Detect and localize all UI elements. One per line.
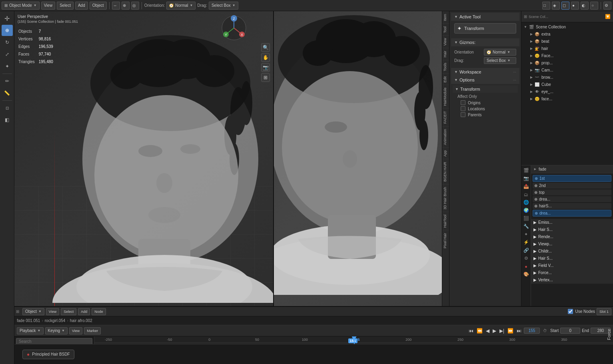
list-item[interactable]: ▶ 👁 eye_...	[521, 88, 613, 95]
emission-section[interactable]: ▶ Emiss...	[531, 219, 613, 226]
slot-selector[interactable]: Slot 1	[597, 308, 611, 315]
material-props-icon[interactable]: ●	[523, 263, 530, 270]
viewport-right[interactable]	[274, 11, 442, 306]
bgen-hair-tab[interactable]: BGEN HAIR	[442, 159, 449, 184]
pixel-hair-tab[interactable]: Pixel Hair	[442, 230, 449, 251]
particle-system-item[interactable]: ⊕ 2nd	[533, 183, 611, 189]
animation-tab[interactable]: Animation	[442, 126, 449, 147]
timeline-ruler[interactable]: -250 -50 0 50 100 155 200 250 300 350	[94, 336, 613, 344]
next-keyframe-btn[interactable]: ▶|	[499, 327, 505, 334]
object-props-icon[interactable]: ⬛	[523, 215, 530, 222]
drag-select[interactable]: Select Box ▼	[484, 57, 516, 64]
object-data-props-icon[interactable]: ⚙	[523, 255, 530, 262]
locations-row[interactable]: Locations	[461, 106, 516, 111]
hair-tab[interactable]: Hair	[442, 48, 449, 60]
list-item[interactable]: ▶ 📦 extra	[521, 30, 613, 38]
box-select-tool[interactable]: ⊡	[2, 102, 13, 113]
shading-solid[interactable]: ●	[571, 2, 579, 10]
edit-tab[interactable]: Edit	[442, 74, 449, 85]
hair-shape-section[interactable]: ▶ Hair S...	[531, 226, 613, 233]
gizmos-header[interactable]: ▼ Gizmos:	[451, 38, 519, 46]
particle-system-item[interactable]: ⊕ top	[533, 189, 611, 195]
tools-tab[interactable]: Tools	[442, 60, 449, 74]
timeline-search-input[interactable]	[16, 338, 92, 344]
faceit-tab[interactable]: FACEIT	[442, 108, 449, 126]
list-item[interactable]: ▶ 😊 Face...	[521, 52, 613, 59]
item-tab[interactable]: Item	[442, 11, 449, 24]
start-frame-input[interactable]	[560, 328, 580, 334]
select-menu[interactable]: Select	[57, 2, 74, 10]
force-field-section[interactable]: ▶ Force...	[531, 269, 613, 276]
hair-shape-2-section[interactable]: ▶ Hair S...	[531, 255, 613, 262]
object-menu[interactable]: Object	[90, 2, 107, 10]
scale-tool[interactable]: ⤢	[2, 49, 13, 60]
workspace-header[interactable]: ▼ Workspace ···	[451, 68, 519, 76]
transform-tool[interactable]: ✦	[2, 61, 13, 72]
node-add-menu[interactable]: Add	[78, 308, 90, 315]
view-tab[interactable]: View	[442, 35, 449, 48]
shading-material[interactable]: ◐	[581, 2, 589, 10]
transform-btn[interactable]: ✦ Transform	[454, 23, 516, 34]
shading-wire[interactable]: ◻	[561, 2, 569, 10]
pan-icon[interactable]: ✋	[261, 53, 270, 62]
cursor-tool[interactable]: ✛	[2, 13, 13, 24]
hairtool-tab[interactable]: HairTool	[442, 212, 449, 230]
list-item[interactable]: ▶ ⬜ Cube	[521, 81, 613, 88]
play-btn[interactable]: ▶	[492, 327, 497, 334]
render-section[interactable]: ▶ Rende...	[531, 233, 613, 241]
node-content-area[interactable]: ● Principled Hair BSDF	[14, 344, 613, 364]
tool-tab[interactable]: Tool	[442, 24, 449, 36]
list-item[interactable]: ▶ 💇 hair	[521, 45, 613, 52]
particle-system-item[interactable]: ⊕ 1st	[533, 175, 611, 182]
grid-icon[interactable]: ⊞	[261, 73, 270, 82]
view-timeline-menu[interactable]: View	[69, 327, 82, 334]
render-icon[interactable]: ◈	[552, 2, 560, 10]
options-header[interactable]: ▼ Options ···	[451, 76, 519, 84]
view-layer-props-icon[interactable]: 🗂	[523, 191, 530, 198]
filter-icon[interactable]: 🔽	[605, 14, 611, 19]
camera-icon[interactable]: 📷	[261, 63, 270, 72]
world-props-icon[interactable]: 🌍	[523, 207, 530, 214]
active-tool-header[interactable]: ▼ Active Tool	[451, 13, 519, 21]
render-props-icon[interactable]: 📷	[523, 175, 530, 182]
scene-data-props-icon[interactable]: 🌐	[523, 199, 530, 206]
keying-dropdown[interactable]: Keying ▼	[45, 327, 68, 334]
principled-hair-node[interactable]: ● Principled Hair BSDF	[22, 350, 74, 359]
physics-props-icon[interactable]: ⚡	[523, 239, 530, 246]
prev-keyframe-btn[interactable]: ◀	[485, 327, 490, 334]
mode-dropdown[interactable]: ⊞ Object Mode ▼	[2, 2, 40, 10]
add-menu[interactable]: Add	[75, 2, 88, 10]
view-layer-icon[interactable]: □	[542, 2, 550, 10]
marker-menu[interactable]: Marker	[84, 327, 101, 334]
hairmodule-tab[interactable]: HairModule	[442, 85, 449, 108]
field-weights-section[interactable]: ▶ Field V...	[531, 262, 613, 269]
children-section[interactable]: ▶ Childr...	[531, 248, 613, 255]
constraints-props-icon[interactable]: 🔗	[523, 247, 530, 254]
orientation-select[interactable]: 🧭 Normal ▼	[484, 49, 516, 56]
measure-tool[interactable]: 📏	[2, 88, 13, 99]
rotate-tool[interactable]: ↻	[2, 37, 13, 48]
breadcrumb-1[interactable]: fade 001.051	[17, 318, 40, 323]
view-menu[interactable]: View	[41, 2, 56, 10]
list-item[interactable]: ▶ 〰 brow...	[521, 74, 613, 81]
add-cube-tool[interactable]: ◧	[2, 114, 13, 125]
next-frame-btn[interactable]: ⏩	[507, 327, 514, 334]
parents-row[interactable]: Parents	[461, 112, 516, 117]
viewport-left[interactable]: User Perspective (155) Scene Collection …	[14, 11, 274, 306]
particles-props-icon[interactable]: ✦	[523, 231, 530, 238]
texture-props-icon[interactable]: 🎨	[523, 271, 530, 278]
use-nodes-checkbox[interactable]	[568, 309, 573, 314]
node-view-menu[interactable]: View	[46, 308, 59, 315]
breadcrumb-2[interactable]: rockgirl.054	[45, 318, 66, 323]
move-tool[interactable]: ⊕	[2, 25, 13, 36]
output-props-icon[interactable]: 📤	[523, 183, 530, 190]
node-node-menu[interactable]: Node	[92, 308, 106, 315]
particle-system-item[interactable]: ⊕ hairS...	[533, 203, 611, 209]
breadcrumb-3[interactable]: hair afro.002	[70, 318, 92, 323]
proportional-icon[interactable]: ◎	[131, 2, 139, 10]
list-item[interactable]: ▶ 📦 prop...	[521, 59, 613, 66]
jump-start-btn[interactable]: ⏮	[468, 327, 474, 334]
jump-end-btn[interactable]: ⏭	[516, 327, 522, 334]
outliner-item-scene[interactable]: ▼ 🎬 Scene Collection	[521, 23, 613, 30]
drag-dropdown[interactable]: Select Box ▼	[209, 2, 238, 10]
